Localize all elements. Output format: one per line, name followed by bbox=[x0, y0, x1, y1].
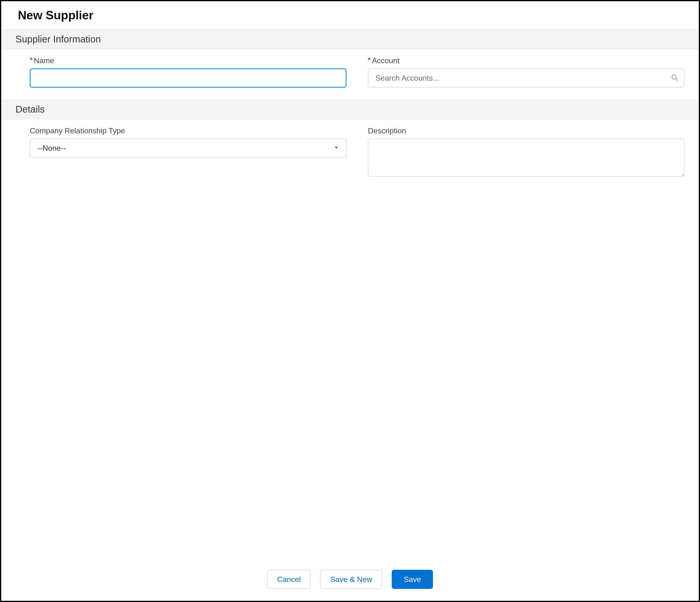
modal-footer: Cancel Save & New Save bbox=[1, 563, 699, 601]
account-label-text: Account bbox=[372, 56, 400, 65]
section-header-supplier-info: Supplier Information bbox=[1, 29, 699, 49]
required-asterisk-icon: * bbox=[368, 56, 371, 63]
relationship-type-label: Company Relationship Type bbox=[30, 126, 346, 135]
save-button[interactable]: Save bbox=[392, 570, 433, 589]
account-lookup-input[interactable] bbox=[368, 69, 684, 88]
description-label: Description bbox=[368, 126, 684, 135]
relationship-type-selected-value: --None-- bbox=[38, 144, 66, 153]
account-field-label: * Account bbox=[368, 56, 684, 65]
section-body-supplier-info: * Name * Account bbox=[1, 49, 699, 99]
new-supplier-modal: New Supplier Supplier Information * Name… bbox=[0, 0, 700, 602]
name-input[interactable] bbox=[30, 69, 346, 88]
required-asterisk-icon: * bbox=[30, 56, 32, 63]
name-field-label: * Name bbox=[30, 56, 346, 65]
section-body-details: Company Relationship Type --None-- Descr… bbox=[1, 119, 699, 189]
relationship-type-select[interactable]: --None-- bbox=[30, 139, 346, 158]
save-and-new-button[interactable]: Save & New bbox=[320, 570, 382, 589]
page-title: New Supplier bbox=[1, 1, 699, 29]
description-textarea[interactable] bbox=[368, 139, 684, 177]
section-header-details: Details bbox=[1, 99, 699, 119]
cancel-button[interactable]: Cancel bbox=[267, 570, 311, 589]
name-label-text: Name bbox=[34, 56, 54, 65]
